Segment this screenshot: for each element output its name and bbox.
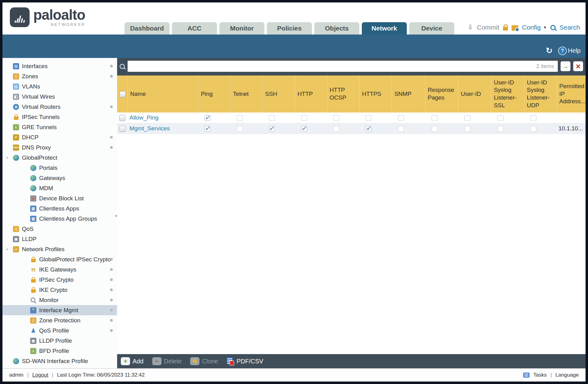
sidebar-item-ipsec-tunnels[interactable]: IPSec Tunnels xyxy=(2,112,117,122)
last-login-time: Last Login Time: 06/05/2023 11:32:42 xyxy=(57,372,145,378)
sidebar-item-label: QoS Profile xyxy=(39,327,69,334)
sidebar-item-gateways[interactable]: Gateways xyxy=(2,173,117,183)
unchecked-checkbox-response-pages xyxy=(431,126,438,132)
header-cell-ping[interactable]: Ping xyxy=(198,76,230,112)
header-cell-user-id[interactable]: User-ID xyxy=(458,76,491,112)
sidebar-item-globalprotect[interactable]: ▼GlobalProtect xyxy=(2,153,117,163)
clone-button[interactable]: Clone xyxy=(190,357,218,365)
unchecked-checkbox-snmp xyxy=(398,115,404,121)
tab-policies[interactable]: Policies xyxy=(267,22,312,35)
sidebar-collapse-icon[interactable]: ◄ xyxy=(114,214,118,218)
sidebar-item-bfd-profile[interactable]: ◗BFD Profile xyxy=(2,346,117,356)
sidebar-item-portals[interactable]: Portals xyxy=(2,163,117,173)
sidebar-item-label: Interface Mgmt xyxy=(39,307,78,314)
search-button[interactable]: Search xyxy=(559,24,580,31)
table-body: Allow_PingMgmt_Services10.1.10... xyxy=(117,112,586,134)
header-cell-permitted-ip-address[interactable]: Permitted IP Address... xyxy=(557,76,585,112)
dhcp-icon: IP xyxy=(13,134,19,141)
expander-triangle-icon[interactable]: ▼ xyxy=(6,156,9,160)
sidebar-item-ike-crypto[interactable]: IKE Crypto xyxy=(2,285,117,295)
cell-ssh xyxy=(263,123,295,134)
header-cell-http-ocsp[interactable]: HTTP OCSP xyxy=(327,76,359,112)
tab-dashboard[interactable]: Dashboard xyxy=(125,22,169,35)
header-cell-http[interactable]: HTTP xyxy=(295,76,327,112)
tasks-button[interactable]: Tasks xyxy=(533,372,546,378)
add-button[interactable]: + Add xyxy=(121,357,144,365)
profiles-table-wrap: NamePingTelnetSSHHTTPHTTP OCSPHTTPSSNMPR… xyxy=(117,76,586,354)
sidebar-item-clientless-apps[interactable]: ▦Clientless Apps xyxy=(2,203,117,214)
logout-link[interactable]: Logout xyxy=(32,372,48,378)
header-cell-name[interactable]: Name xyxy=(128,76,198,112)
sidebar-item-device-block-list[interactable]: ⊘Device Block List xyxy=(2,193,117,203)
sidebar-item-qos[interactable]: QQoS xyxy=(2,224,117,234)
profile-name-link[interactable]: Allow_Ping xyxy=(129,114,158,121)
expander-triangle-icon[interactable]: ▼ xyxy=(6,247,9,251)
header-cell-telnet[interactable]: Telnet xyxy=(231,76,263,112)
main-panel: 2 items → × NamePingTelnetSSHHTTPHTTP OC… xyxy=(117,58,586,368)
sidebar-item-ike-gateways[interactable]: πIKE Gateways xyxy=(2,264,117,275)
tab-acc[interactable]: ACC xyxy=(172,22,217,35)
refresh-icon[interactable]: ↻ xyxy=(546,46,553,55)
row-select-checkbox[interactable] xyxy=(119,115,125,121)
gre-tunnels-icon: ◗ xyxy=(13,124,19,130)
tab-device[interactable]: Device xyxy=(409,22,454,35)
header-cell-user-id-syslog-listener-udp[interactable]: User-ID Syslog Listener-UDP xyxy=(524,76,557,112)
sidebar-item-qos-profile[interactable]: ♟QoS Profile xyxy=(2,325,117,336)
sidebar-item-mdm[interactable]: MDM xyxy=(2,183,117,193)
sidebar-item-dns-proxy[interactable]: DNSDNS Proxy xyxy=(2,142,117,153)
logged-in-user: admin xyxy=(9,372,23,378)
header-cell-response-pages[interactable]: Response Pages xyxy=(425,76,458,112)
sidebar-item-lldp[interactable]: ▣LLDP xyxy=(2,234,117,244)
checked-checkbox-http xyxy=(301,126,307,132)
sidebar-item-zone-protection[interactable]: ▒Zone Protection xyxy=(2,315,117,325)
header-cell-user-id-syslog-listener-ssl[interactable]: User-ID Syslog Listener-SSL xyxy=(491,76,524,112)
unchecked-checkbox-telnet xyxy=(237,115,243,121)
pin-dot-icon xyxy=(110,105,113,108)
pin-dot-icon xyxy=(110,136,113,139)
unchecked-checkbox-user-id xyxy=(464,115,471,121)
sidebar-item-label: BFD Profile xyxy=(39,348,69,354)
sidebar-item-label: Clientless App Groups xyxy=(39,215,97,222)
sidebar-item-monitor[interactable]: Monitor xyxy=(2,295,117,305)
sidebar-item-interfaces[interactable]: ▤Interfaces xyxy=(2,61,117,71)
commit-button[interactable]: Commit xyxy=(477,24,499,31)
sidebar-item-label: Zones xyxy=(22,73,38,80)
row-select-checkbox[interactable] xyxy=(119,126,125,132)
tab-monitor[interactable]: Monitor xyxy=(219,22,264,35)
sidebar-item-dhcp[interactable]: IPDHCP xyxy=(2,132,117,142)
clear-filter-button[interactable]: × xyxy=(573,61,583,71)
header-cell-ssh[interactable]: SSH xyxy=(263,76,295,112)
delete-button[interactable]: − Delete xyxy=(152,357,182,365)
pdf-csv-button[interactable]: PDF/CSV xyxy=(227,357,263,366)
tab-network[interactable]: Network xyxy=(362,22,407,35)
sidebar-item-globalprotect-ipsec-crypto[interactable]: GlobalProtect IPSec Crypto xyxy=(2,254,117,264)
language-button[interactable]: Language xyxy=(555,372,579,378)
sidebar-item-sd-wan-interface-profile[interactable]: SD-WAN Interface Profile xyxy=(2,356,117,366)
sidebar-item-interface-mgmt[interactable]: *Interface Mgmt xyxy=(2,305,117,315)
sidebar-item-ipsec-crypto[interactable]: IPSec Crypto xyxy=(2,275,117,285)
header-cell-https[interactable]: HTTPS xyxy=(359,76,392,112)
tab-objects[interactable]: Objects xyxy=(314,22,359,35)
sidebar-item-vlans[interactable]: ▥VLANs xyxy=(2,81,117,92)
sidebar-item-virtual-routers[interactable]: +Virtual Routers xyxy=(2,102,117,112)
help-button[interactable]: ? Help xyxy=(558,47,581,55)
profile-name-link[interactable]: Mgmt_Services xyxy=(129,125,170,132)
sidebar-item-label: Clientless Apps xyxy=(39,205,79,212)
header-cell-snmp[interactable]: SNMP xyxy=(392,76,425,112)
filter-input[interactable] xyxy=(128,61,558,72)
separator: | xyxy=(550,372,552,378)
select-all-checkbox[interactable] xyxy=(120,91,126,97)
sidebar-item-virtual-wires[interactable]: ◧Virtual Wires xyxy=(2,92,117,102)
ike-gateways-icon: π xyxy=(30,267,36,273)
sidebar-item-lldp-profile[interactable]: ▣LLDP Profile xyxy=(2,336,117,346)
config-caret-icon[interactable]: ▼ xyxy=(543,25,547,30)
lock-icon[interactable] xyxy=(503,27,508,31)
qos-profile-icon: ♟ xyxy=(30,328,36,334)
pin-dot-icon xyxy=(110,65,113,67)
apply-filter-button[interactable]: → xyxy=(561,61,570,71)
sidebar-item-zones[interactable]: ▒Zones xyxy=(2,71,117,81)
config-button[interactable]: Config xyxy=(522,24,541,31)
sidebar-item-gre-tunnels[interactable]: ◗GRE Tunnels xyxy=(2,122,117,132)
sidebar-item-clientless-app-groups[interactable]: ▦Clientless App Groups xyxy=(2,214,117,224)
sidebar-item-network-profiles[interactable]: ▼▱Network Profiles xyxy=(2,244,117,254)
